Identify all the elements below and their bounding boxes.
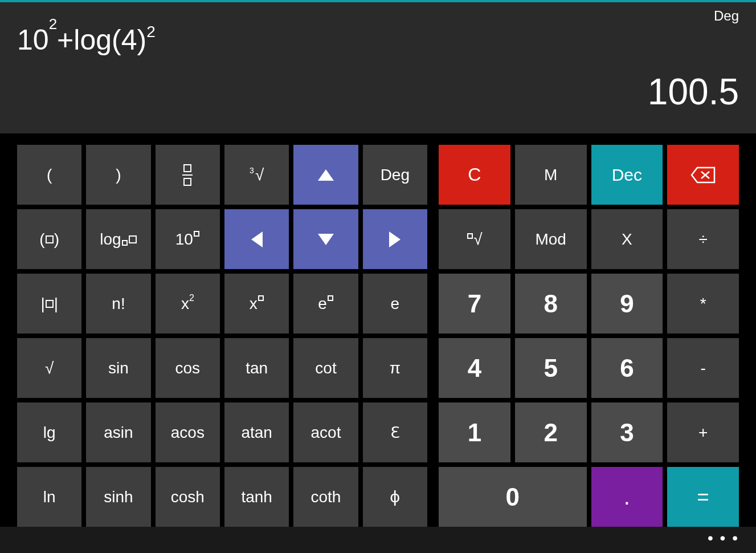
digit-6-button[interactable]: 6	[591, 338, 663, 398]
cursor-up-button[interactable]	[293, 145, 358, 205]
calculator-app: Deg 102+log(4)2 100.5 ( ) 3√ Deg () log …	[0, 0, 756, 553]
cursor-down-button[interactable]	[293, 209, 358, 269]
asin-button[interactable]: asin	[86, 402, 150, 462]
expr-sup-2: 2	[146, 23, 156, 40]
function-keypad: ( ) 3√ Deg () log 10 || n! x2 x e e √ si…	[17, 145, 427, 527]
numeric-keypad: C M Dec √ Mod X ÷ 7 8 9 * 4 5 6	[439, 145, 739, 527]
tan-button[interactable]: tan	[224, 338, 289, 398]
more-button[interactable]: • • •	[708, 535, 739, 541]
epsilon-button[interactable]: Ɛ	[363, 402, 427, 462]
coth-button[interactable]: coth	[293, 467, 358, 527]
ten-power-button[interactable]: 10	[156, 209, 220, 269]
x-power-button[interactable]: x	[224, 274, 289, 334]
cot-button[interactable]: cot	[293, 338, 358, 398]
memory-button[interactable]: M	[515, 145, 587, 205]
digit-5-button[interactable]: 5	[515, 338, 587, 398]
app-bar: • • •	[0, 527, 756, 553]
digit-8-button[interactable]: 8	[515, 274, 587, 334]
fraction-button[interactable]	[156, 145, 220, 205]
clear-button[interactable]: C	[439, 145, 510, 205]
dec-mode-button[interactable]: Dec	[591, 145, 663, 205]
mod-button[interactable]: Mod	[515, 209, 587, 269]
digit-2-button[interactable]: 2	[515, 402, 587, 462]
close-paren-button[interactable]: )	[86, 145, 150, 205]
paren-group-button[interactable]: ()	[17, 209, 81, 269]
acot-button[interactable]: acot	[293, 402, 358, 462]
digit-3-button[interactable]: 3	[591, 402, 663, 462]
minus-button[interactable]: -	[667, 338, 739, 398]
arrow-right-icon	[389, 231, 401, 247]
placeholder-icon	[46, 235, 54, 243]
expression-display: 102+log(4)2	[17, 23, 739, 56]
e-power-button[interactable]: e	[293, 274, 358, 334]
cos-button[interactable]: cos	[156, 338, 220, 398]
expr-sup-1: 2	[49, 15, 57, 32]
cursor-right-button[interactable]	[363, 209, 427, 269]
x-squared-button[interactable]: x2	[156, 274, 220, 334]
digit-7-button[interactable]: 7	[439, 274, 510, 334]
cosh-button[interactable]: cosh	[156, 467, 220, 527]
lg-button[interactable]: lg	[17, 402, 81, 462]
open-paren-button[interactable]: (	[17, 145, 81, 205]
arrow-up-icon	[318, 169, 334, 181]
arrow-down-icon	[318, 234, 334, 245]
digit-4-button[interactable]: 4	[439, 338, 510, 398]
sqrt-button[interactable]: √	[17, 338, 81, 398]
acos-button[interactable]: acos	[156, 402, 220, 462]
backspace-icon	[690, 166, 716, 184]
equals-button[interactable]: =	[667, 467, 739, 527]
pi-button[interactable]: π	[363, 338, 427, 398]
plus-button[interactable]: +	[667, 402, 739, 462]
keypad: ( ) 3√ Deg () log 10 || n! x2 x e e √ si…	[0, 133, 756, 527]
digit-0-button[interactable]: 0	[439, 467, 587, 527]
expr-base-1: 10	[17, 24, 49, 56]
tanh-button[interactable]: tanh	[224, 467, 289, 527]
placeholder-icon	[129, 235, 137, 243]
ln-button[interactable]: ln	[17, 467, 81, 527]
result-display: 100.5	[17, 71, 739, 113]
abs-button[interactable]: ||	[17, 274, 81, 334]
sin-button[interactable]: sin	[86, 338, 150, 398]
nth-root-button[interactable]: √	[439, 209, 510, 269]
cube-root-button[interactable]: 3√	[224, 145, 289, 205]
placeholder-icon	[46, 300, 54, 308]
digit-9-button[interactable]: 9	[591, 274, 663, 334]
atan-button[interactable]: atan	[224, 402, 289, 462]
divide-button[interactable]: ÷	[667, 209, 739, 269]
log-base-button[interactable]: log	[86, 209, 150, 269]
arrow-left-icon	[251, 231, 263, 247]
fraction-icon	[182, 164, 193, 186]
sinh-button[interactable]: sinh	[86, 467, 150, 527]
cursor-left-button[interactable]	[224, 209, 289, 269]
e-constant-button[interactable]: e	[363, 274, 427, 334]
multiply-button[interactable]: *	[667, 274, 739, 334]
expr-mid: +log(4)	[57, 24, 146, 56]
display-panel: Deg 102+log(4)2 100.5	[0, 2, 756, 133]
phi-button[interactable]: ϕ	[363, 467, 427, 527]
digit-1-button[interactable]: 1	[439, 402, 510, 462]
backspace-button[interactable]	[667, 145, 739, 205]
x-var-button[interactable]: X	[591, 209, 663, 269]
angle-mode-button[interactable]: Deg	[363, 145, 427, 205]
factorial-button[interactable]: n!	[86, 274, 150, 334]
decimal-point-button[interactable]: .	[591, 467, 663, 527]
angle-mode-indicator: Deg	[714, 8, 739, 24]
